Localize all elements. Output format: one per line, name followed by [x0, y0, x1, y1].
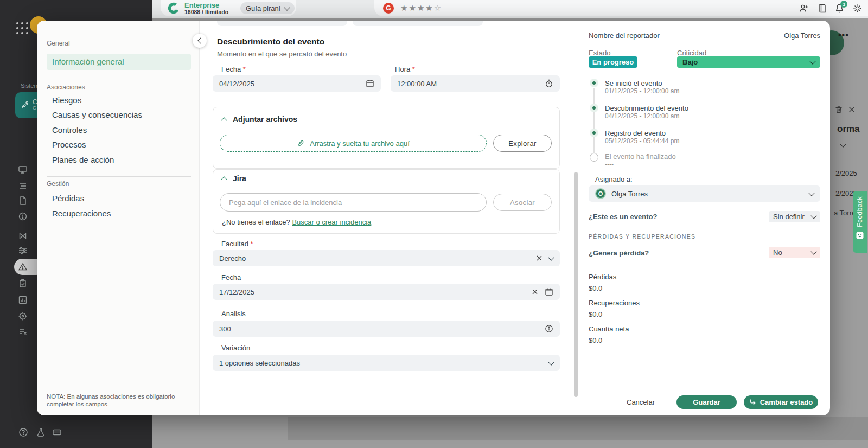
jira-help-line: ¿No tienes el enlace? Buscar o crear inc… [222, 218, 371, 226]
chevron-down-icon[interactable] [548, 359, 554, 365]
info-icon[interactable] [545, 324, 553, 333]
document-icon[interactable] [18, 196, 28, 206]
is-event-label: ¿Este es un evento? [589, 213, 657, 221]
status-badge[interactable]: En progreso [589, 56, 637, 68]
event-modal: General Información general Asociaciones… [37, 21, 830, 415]
sliders-icon[interactable] [18, 246, 28, 255]
jira-create-link[interactable]: Buscar o crear incidencia [292, 218, 371, 226]
org-card: Enterprise 16088 / Ilimitado Guía pirani [161, 0, 296, 16]
nav-item-riesgos[interactable]: Riesgos [52, 93, 81, 108]
target-icon[interactable] [18, 311, 28, 321]
pin-icon [20, 100, 29, 110]
cuantia-label: Cuantía neta [589, 325, 629, 333]
timeline-dot-done [590, 104, 598, 112]
fecha2-input[interactable]: 17/12/2025 [213, 284, 560, 300]
timeline-step-timestamp: ---- [605, 161, 614, 168]
associate-button[interactable]: Asociar [493, 194, 552, 211]
nav-item-perdidas[interactable]: Pérdidas [52, 191, 84, 206]
clear-icon[interactable] [531, 287, 539, 296]
criticality-select[interactable]: Bajo [677, 56, 820, 68]
variacion-select[interactable]: 1 opciones seleccionadas [213, 355, 560, 371]
hora-value: 12:00:00 AM [397, 80, 545, 88]
jira-help-text: ¿No tienes el enlace? [222, 218, 290, 226]
fecha2-label: Fecha [221, 273, 241, 281]
jira-header[interactable]: Jira [222, 174, 246, 183]
file-dropzone[interactable]: Arrastra y suelta tu archivo aquí [220, 135, 487, 152]
save-button[interactable]: Guardar [676, 395, 737, 409]
checklist-x-icon[interactable] [18, 327, 28, 336]
facultad-value: Derecho [219, 254, 535, 263]
feedback-tab[interactable]: Feedback [853, 191, 867, 253]
reporter-label: Nombre del reportador [589, 31, 660, 40]
nav-item-informacion-general[interactable]: Información general [47, 54, 191, 70]
stars-filled: ★★★★ [400, 3, 434, 12]
details-panel: Nombre del reportador Olga Torres Estado… [589, 21, 820, 415]
monitor-icon[interactable] [18, 165, 28, 175]
help-icon[interactable] [18, 427, 28, 437]
hora-input[interactable]: 12:00:00 AM [391, 75, 560, 92]
panel-divider [589, 350, 820, 350]
section-subtitle: Momento en el que se percató del evento [217, 50, 347, 58]
is-event-select[interactable]: Sin definir [769, 211, 820, 222]
analisis-value: 300 [219, 325, 545, 333]
browse-button[interactable]: Explorar [493, 135, 552, 152]
facultad-select[interactable]: Derecho [213, 250, 560, 266]
is-event-value: Sin definir [773, 213, 805, 221]
timeline-step-timestamp: 01/12/2025 - 12:00:00 am [605, 87, 679, 95]
nav-item-planes[interactable]: Planes de acción [52, 152, 114, 168]
chevron-up-icon [221, 176, 227, 182]
guide-label: Guía pirani [246, 4, 280, 12]
chevron-down-icon[interactable] [548, 254, 554, 260]
labs-flask-icon[interactable] [36, 427, 46, 437]
perdidas-value: $0.0 [589, 284, 602, 292]
analisis-input[interactable]: 300 [213, 321, 560, 337]
nav-item-procesos[interactable]: Procesos [52, 137, 86, 152]
timeline-connector [593, 88, 595, 153]
nav-section-general: General [47, 40, 70, 47]
clipboard-check-icon[interactable] [18, 279, 28, 289]
calendar-icon[interactable] [545, 287, 553, 296]
menu-lines-icon[interactable] [18, 181, 28, 191]
genera-perdida-select[interactable]: No [769, 247, 820, 258]
bowtie-icon[interactable] [18, 231, 28, 241]
add-user-icon[interactable] [799, 3, 809, 14]
feedback-label: Feedback [856, 196, 864, 227]
change-state-button[interactable]: Cambiar estado [744, 395, 818, 409]
partial-input-top-left [217, 21, 347, 26]
bar-chart-icon[interactable] [18, 295, 28, 305]
topbar: Enterprise 16088 / Ilimitado Guía pirani… [152, 0, 868, 18]
settings-gear-icon[interactable] [852, 3, 863, 14]
collapse-nav-button[interactable] [193, 34, 207, 48]
nav-item-recuperaciones[interactable]: Recuperaciones [52, 206, 111, 221]
partial-input-top-right [353, 21, 483, 26]
events-triangle-icon[interactable] [18, 262, 28, 272]
chevron-left-icon [197, 37, 203, 43]
guide-button[interactable]: Guía pirani [240, 2, 295, 14]
keyboard-icon[interactable] [52, 427, 62, 437]
fecha2-value: 17/12/2025 [219, 288, 531, 296]
nav-item-causas[interactable]: Causas y consecuencias [52, 107, 142, 123]
org-name: Enterprise [184, 2, 219, 9]
chevron-down-icon [284, 4, 290, 10]
cancel-button[interactable]: Cancelar [627, 395, 652, 409]
library-icon[interactable] [817, 3, 827, 14]
fecha-value: 04/12/2025 [219, 80, 366, 88]
stopwatch-icon[interactable] [545, 79, 553, 88]
clear-icon[interactable] [535, 254, 544, 263]
nav-section-asociaciones: Asociaciones [47, 84, 85, 91]
jira-link-input[interactable] [220, 193, 487, 212]
nav-item-controles[interactable]: Controles [52, 123, 87, 138]
modal-scrollbar[interactable] [574, 172, 578, 397]
attachments-header[interactable]: Adjuntar archivos [222, 115, 297, 124]
notifications-bell-icon[interactable]: 3 [834, 3, 845, 14]
calendar-icon[interactable] [366, 79, 374, 88]
chevron-down-icon [809, 58, 815, 64]
assigned-select[interactable]: O Olga Torres [589, 185, 820, 202]
section-title: Descubrimiento del evento [217, 37, 324, 47]
timeline-step-timestamp: 04/12/2025 - 12:00:00 am [605, 112, 679, 120]
fecha-label: Fecha * [221, 65, 246, 73]
fecha-input[interactable]: 04/12/2025 [213, 75, 381, 92]
g-rating-logo: G [383, 3, 394, 14]
apps-grid-icon[interactable] [16, 22, 28, 34]
alert-circle-icon[interactable] [18, 212, 28, 221]
